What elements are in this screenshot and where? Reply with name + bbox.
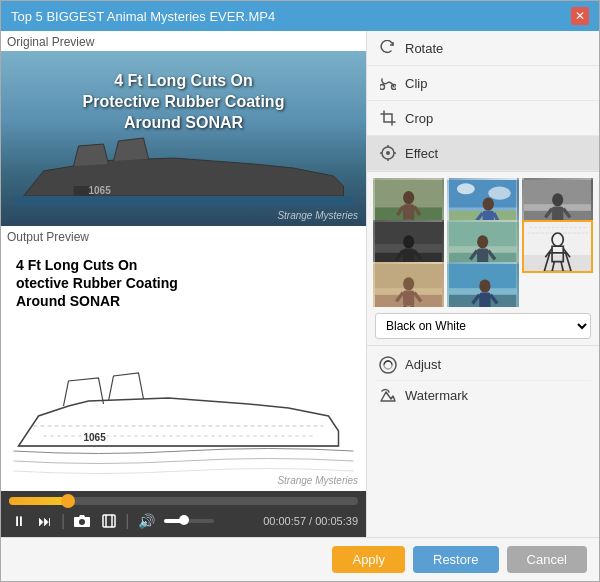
svg-text:1065: 1065 (89, 185, 112, 196)
svg-point-29 (457, 183, 475, 194)
svg-rect-65 (524, 255, 591, 272)
adjust-menu-item[interactable]: Adjust (375, 350, 591, 381)
output-video-text: 4 Ft Long Cuts Onotective Rubber Coating… (1, 256, 366, 311)
effect-thumb-6[interactable] (522, 220, 593, 274)
right-panel: Rotate Clip (366, 31, 599, 537)
crop-icon (379, 109, 397, 127)
output-preview-inner: 1065 4 Ft Long Cuts Onotective Rubber Co… (1, 246, 366, 491)
title-bar: Top 5 BIGGEST Animal Mysteries EVER.MP4 … (1, 1, 599, 31)
crop-label: Crop (405, 111, 433, 126)
svg-point-9 (380, 85, 385, 90)
clip-icon-menu (379, 74, 397, 92)
left-panel: Original Preview 1065 4 Ft Lo (1, 31, 366, 537)
time-display: 00:00:57 / 00:05:39 (263, 515, 358, 527)
original-preview-label: Original Preview (1, 31, 366, 51)
watermark-menu-item[interactable]: Watermark (375, 381, 591, 411)
volume-slider[interactable] (164, 519, 214, 523)
original-preview-inner: 1065 4 Ft Long Cuts OnProtective Rubber … (1, 51, 366, 226)
effect-menu-item[interactable]: Effect (367, 136, 599, 171)
rotate-menu-item[interactable]: Rotate (367, 31, 599, 66)
svg-point-85 (480, 279, 491, 292)
camera-icon (74, 514, 90, 528)
crop-menu-item[interactable]: Crop (367, 101, 599, 136)
svg-point-76 (403, 277, 414, 290)
output-watermark: Strange Mysteries (277, 475, 358, 486)
ship-svg-original: 1065 (1, 126, 366, 216)
adjust-label: Adjust (405, 357, 441, 372)
effect-grid (367, 172, 599, 307)
ship-svg-output: 1065 (1, 356, 366, 476)
skip-forward-button[interactable]: ⏭ (35, 511, 55, 531)
svg-point-91 (380, 357, 396, 373)
volume-thumb (179, 515, 189, 525)
clip-button[interactable] (99, 512, 119, 530)
watermark-icon (379, 387, 397, 405)
volume-button[interactable]: 🔊 (135, 511, 158, 531)
progress-bar-fill (9, 497, 68, 505)
restore-button[interactable]: Restore (413, 546, 499, 573)
output-preview-label: Output Preview (1, 226, 366, 246)
output-preview-section: Output Preview (1, 226, 366, 491)
tool-menu: Rotate Clip (367, 31, 599, 172)
output-preview: 1065 4 Ft Long Cuts Onotective Rubber Co… (1, 246, 366, 491)
watermark-label: Watermark (405, 388, 468, 403)
svg-rect-77 (403, 290, 414, 305)
svg-point-40 (552, 193, 563, 206)
separator-2: | (125, 512, 129, 530)
effect-label: Effect (405, 146, 438, 161)
separator-1: | (61, 512, 65, 530)
apply-button[interactable]: Apply (332, 546, 405, 573)
svg-rect-21 (403, 204, 414, 219)
original-preview: 1065 4 Ft Long Cuts OnProtective Rubber … (1, 51, 366, 226)
effect-icon (379, 144, 397, 162)
controls-bar: ⏸ ⏭ | | (1, 491, 366, 537)
pause-button[interactable]: ⏸ (9, 511, 29, 531)
cancel-button[interactable]: Cancel (507, 546, 587, 573)
close-button[interactable]: ✕ (571, 7, 589, 25)
camera-button[interactable] (71, 512, 93, 530)
svg-point-12 (386, 151, 390, 155)
content-area: Original Preview 1065 4 Ft Lo (1, 31, 599, 537)
svg-text:1065: 1065 (84, 432, 107, 443)
window-title: Top 5 BIGGEST Animal Mysteries EVER.MP4 (11, 9, 275, 24)
original-watermark: Strange Mysteries (277, 210, 358, 221)
clip-label: Clip (405, 76, 427, 91)
original-video-text: 4 Ft Long Cuts OnProtective Rubber Coati… (1, 71, 366, 133)
dropdown-row: Black on White Sketch Sepia Grayscale Vi… (367, 307, 599, 345)
svg-point-49 (403, 235, 414, 248)
controls-row: ⏸ ⏭ | | (9, 511, 358, 531)
clip-menu-item[interactable]: Clip (367, 66, 599, 101)
rotate-label: Rotate (405, 41, 443, 56)
svg-rect-6 (103, 515, 115, 527)
adjust-icon (379, 356, 397, 374)
effect-thumb-7[interactable] (373, 262, 444, 307)
app-window: Top 5 BIGGEST Animal Mysteries EVER.MP4 … (0, 0, 600, 582)
progress-bar-container[interactable] (9, 497, 358, 505)
svg-point-30 (489, 187, 511, 200)
svg-rect-86 (480, 292, 491, 306)
bottom-tools: Adjust Watermark (367, 345, 599, 415)
svg-point-58 (477, 235, 488, 248)
rotate-icon (379, 39, 397, 57)
effect-thumb-8[interactable] (447, 262, 518, 307)
svg-point-20 (403, 191, 414, 204)
footer-bar: Apply Restore Cancel (1, 537, 599, 581)
progress-thumb (61, 494, 75, 508)
effect-dropdown[interactable]: Black on White Sketch Sepia Grayscale Vi… (375, 313, 591, 339)
svg-point-31 (483, 198, 494, 211)
clip-icon (102, 514, 116, 528)
